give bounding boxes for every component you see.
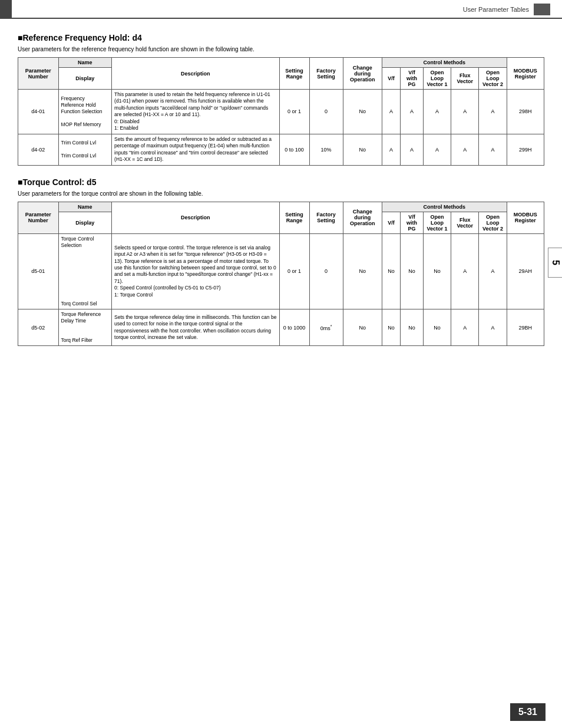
- col-factory-setting: Factory Setting: [309, 202, 343, 233]
- col-flux-vector: Flux Vector: [451, 212, 479, 233]
- col-name-header: Name: [58, 202, 112, 212]
- header-block: [534, 4, 550, 15]
- ol1: No: [423, 233, 451, 309]
- side-tab: 5: [548, 248, 562, 278]
- description: This parameter is used to retain the hel…: [112, 90, 279, 134]
- flux: A: [451, 233, 479, 309]
- col-setting-range: Setting Range: [279, 58, 309, 90]
- col-open-loop-1: Open Loop Vector 1: [423, 212, 451, 233]
- ol2: A: [479, 309, 507, 346]
- setting-range: 0 to 1000: [279, 309, 309, 346]
- factory-setting: 0: [309, 233, 343, 309]
- col-modbus: MODBUS Register: [507, 58, 544, 90]
- description: Sets the torque reference delay time in …: [112, 309, 279, 346]
- col-modbus: MODBUS Register: [507, 202, 544, 233]
- col-description: Description: [112, 202, 279, 233]
- left-bar: [0, 0, 12, 18]
- setting-range: 0 or 1: [279, 90, 309, 134]
- section1-description: User parameters for the reference freque…: [18, 46, 544, 52]
- col-vf: V/f: [382, 212, 401, 233]
- col-change: Change during Operation: [343, 58, 382, 90]
- ol2: A: [479, 134, 507, 165]
- param-number: d4-01: [18, 90, 59, 134]
- modbus: 299H: [507, 134, 544, 165]
- display-name: Trim Control LvlTrim Control Lvl: [58, 134, 112, 165]
- ol1: No: [423, 309, 451, 346]
- col-change: Change during Operation: [343, 202, 382, 233]
- col-control-methods: Control Methods: [382, 58, 507, 68]
- vf-pg: No: [401, 309, 424, 346]
- modbus: 29BH: [507, 309, 544, 346]
- col-vf: V/f: [382, 68, 401, 90]
- vf-pg: No: [401, 233, 424, 309]
- modbus: 29AH: [507, 233, 544, 309]
- display-name: Torque Control SelectionTorq Control Sel: [58, 233, 112, 309]
- param-number: d4-02: [18, 134, 59, 165]
- change-during-op: No: [343, 90, 382, 134]
- display-name: Torque Reference Delay TimeTorq Ref Filt…: [58, 309, 112, 346]
- vf-pg: A: [401, 134, 424, 165]
- change-during-op: No: [343, 134, 382, 165]
- col-flux-vector: Flux Vector: [451, 68, 479, 90]
- setting-range: 0 or 1: [279, 233, 309, 309]
- table-row: d5-02 Torque Reference Delay TimeTorq Re…: [18, 309, 544, 346]
- description: Selects speed or torque control. The tor…: [112, 233, 279, 309]
- ol2: A: [479, 90, 507, 134]
- modbus: 298H: [507, 90, 544, 134]
- ol2: A: [479, 233, 507, 309]
- change-during-op: No: [343, 309, 382, 346]
- section1-table: ParameterNumber Name Description Setting…: [18, 57, 544, 166]
- section2-table: ParameterNumber Name Description Setting…: [18, 202, 544, 347]
- tab-number: 5: [550, 260, 561, 265]
- col-description: Description: [112, 58, 279, 90]
- col-setting-range: Setting Range: [279, 202, 309, 233]
- flux: A: [451, 90, 479, 134]
- factory-setting: 0ms*: [309, 309, 343, 346]
- setting-range: 0 to 100: [279, 134, 309, 165]
- col-name-header: Name: [58, 58, 112, 68]
- col-display: Display: [58, 68, 112, 90]
- col-control-methods: Control Methods: [382, 202, 507, 212]
- col-vf-pg: V/f with PG: [401, 68, 424, 90]
- vf-pg: A: [401, 90, 424, 134]
- col-open-loop-2: Open Loop Vector 2: [479, 68, 507, 90]
- table-row: d4-01 Frequency Reference Hold Function …: [18, 90, 544, 134]
- header-title: User Parameter Tables: [463, 6, 529, 13]
- display-name: Frequency Reference Hold Function Select…: [58, 90, 112, 134]
- col-param-number: ParameterNumber: [18, 58, 59, 90]
- param-number: d5-02: [18, 309, 59, 346]
- col-display: Display: [58, 212, 112, 233]
- col-factory-setting: Factory Setting: [309, 58, 343, 90]
- page-header: User Parameter Tables: [0, 0, 562, 19]
- vf: A: [382, 90, 401, 134]
- col-vf-pg: V/f with PG: [401, 212, 424, 233]
- vf: A: [382, 134, 401, 165]
- section2-description: User parameters for the torque control a…: [18, 190, 544, 197]
- description: Sets the amount of frequency reference t…: [112, 134, 279, 165]
- flux: A: [451, 309, 479, 346]
- section1: ■Reference Frequency Hold: d4 User param…: [18, 33, 544, 166]
- param-number: d5-01: [18, 233, 59, 309]
- section2-title: ■Torque Control: d5: [18, 177, 544, 187]
- vf: No: [382, 233, 401, 309]
- table-row: d4-02 Trim Control LvlTrim Control Lvl S…: [18, 134, 544, 165]
- vf: No: [382, 309, 401, 346]
- factory-setting: 10%: [309, 134, 343, 165]
- flux: A: [451, 134, 479, 165]
- col-param-number: ParameterNumber: [18, 202, 59, 233]
- col-open-loop-2: Open Loop Vector 2: [479, 212, 507, 233]
- factory-setting: 0: [309, 90, 343, 134]
- ol1: A: [423, 134, 451, 165]
- ol1: A: [423, 90, 451, 134]
- col-open-loop-1: Open Loop Vector 1: [423, 68, 451, 90]
- table-row: d5-01 Torque Control SelectionTorq Contr…: [18, 233, 544, 309]
- section2: ■Torque Control: d5 User parameters for …: [18, 177, 544, 347]
- page-body: ■Reference Frequency Hold: d4 User param…: [0, 19, 562, 364]
- page-number-box: 5-31: [510, 703, 546, 721]
- change-during-op: No: [343, 233, 382, 309]
- section1-title: ■Reference Frequency Hold: d4: [18, 33, 544, 42]
